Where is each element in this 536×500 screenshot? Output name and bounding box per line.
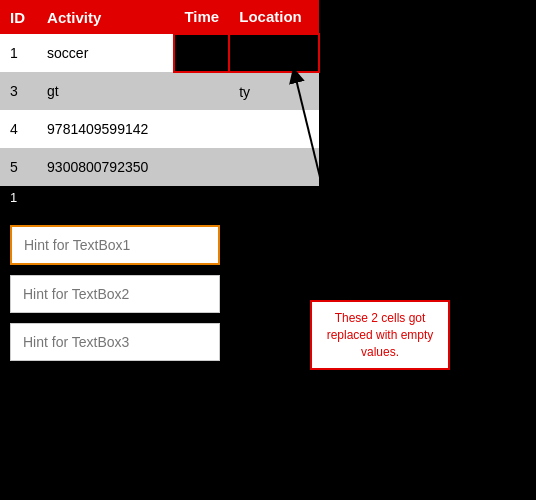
cell-time xyxy=(174,110,229,148)
cell-location-empty xyxy=(229,34,319,72)
cell-location xyxy=(229,148,319,186)
cell-time xyxy=(174,72,229,110)
annotation-box: These 2 cells got replaced with empty va… xyxy=(310,300,450,370)
cell-time xyxy=(174,148,229,186)
table-row: 4 9781409599142 xyxy=(0,110,319,148)
textbox-1[interactable] xyxy=(10,225,220,265)
cell-activity: 9781409599142 xyxy=(37,110,174,148)
cell-id: 5 xyxy=(0,148,37,186)
inputs-container xyxy=(0,215,230,381)
table-row: 5 9300800792350 xyxy=(0,148,319,186)
header-activity: Activity xyxy=(37,0,174,34)
header-location: Location xyxy=(229,0,319,34)
cell-time-empty xyxy=(174,34,229,72)
table-row: 3 gt ty xyxy=(0,72,319,110)
table-row: 1 soccer xyxy=(0,34,319,72)
textbox-2[interactable] xyxy=(10,275,220,313)
cell-id: 3 xyxy=(0,72,37,110)
cell-activity: 9300800792350 xyxy=(37,148,174,186)
header-id: ID xyxy=(0,0,37,34)
data-table: ID Activity Time Location 1 soccer 3 gt … xyxy=(0,0,320,209)
cell-location xyxy=(229,110,319,148)
cell-activity: gt xyxy=(37,72,174,110)
textbox-3[interactable] xyxy=(10,323,220,361)
header-time: Time xyxy=(174,0,229,34)
cell-location: ty xyxy=(229,72,319,110)
page-number: 1 xyxy=(0,186,320,209)
annotation-text: These 2 cells got replaced with empty va… xyxy=(327,311,434,359)
cell-id: 1 xyxy=(0,34,37,72)
cell-activity: soccer xyxy=(37,34,174,72)
cell-id: 4 xyxy=(0,110,37,148)
